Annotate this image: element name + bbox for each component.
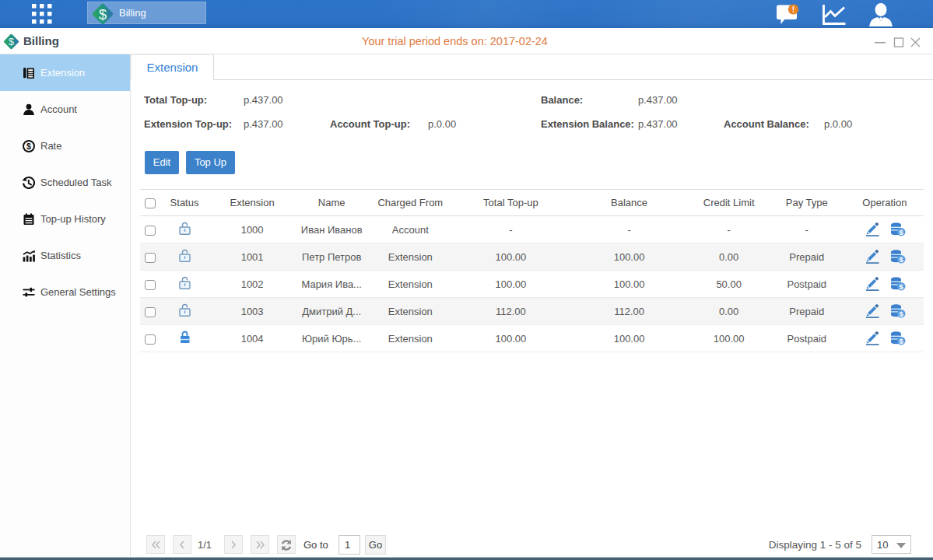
svg-text:$: $	[899, 310, 903, 318]
svg-text:$: $	[99, 7, 107, 23]
svg-text:$: $	[899, 282, 903, 291]
svg-text:$: $	[899, 255, 903, 264]
svg-text:$: $	[899, 337, 903, 345]
svg-text:!: !	[792, 5, 795, 14]
svg-text:$: $	[26, 142, 31, 151]
svg-text:$: $	[899, 228, 903, 236]
